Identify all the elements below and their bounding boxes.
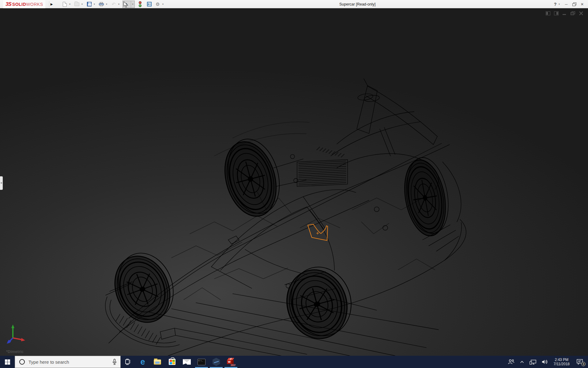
print-icon [99,2,104,6]
graphics-viewport[interactable]: *Dimetric [0,8,588,356]
task-view-icon [125,359,131,365]
document-title: Supercar [Read-only] [339,0,375,8]
front-right-wheel [279,260,359,345]
taskbar-edge-button[interactable]: e [135,356,150,368]
taskbar-cmd-button[interactable]: C:\_ [194,356,209,368]
search-input[interactable] [28,359,102,365]
child-restore-button[interactable] [570,11,575,16]
tray-time: 2:43 PM [555,358,568,362]
print-caret-icon[interactable]: ▾ [105,3,108,6]
restore-button[interactable] [571,1,578,7]
system-tray: 2:43 PM 7/11/2018 3 [506,356,588,368]
child-close-button[interactable] [578,11,584,16]
rear-right-wheel [399,154,454,239]
window-controls: ? ▾ ─ ✕ [553,0,586,8]
people-button[interactable] [506,356,517,368]
options-caret-icon[interactable]: ▾ [161,3,165,6]
traffic-light-button[interactable] [137,1,143,8]
volume-button[interactable] [540,356,550,368]
child-minimize-button[interactable] [562,11,567,16]
save-caret-icon[interactable]: ▾ [92,3,96,6]
display-pane-right-button[interactable] [553,11,559,16]
logo-text-solid: SOLID [12,2,26,7]
reference-triad-icon [5,323,26,344]
speaker-icon [542,359,548,364]
hidden-icons-chevron[interactable] [518,356,526,368]
edge-icon: e [140,357,145,367]
minimize-button[interactable]: ─ [563,1,570,7]
clock[interactable]: 2:43 PM 7/11/2018 [551,356,572,368]
new-document-button[interactable] [61,1,68,8]
standard-toolbar: ▾ ▾ ▾ ▾ ↷ ▾ ↖ ▾ ⚙ ▾ [61,0,167,8]
gear-icon: ⚙ [156,2,160,7]
task-view-button[interactable] [121,356,135,368]
document-window-controls [545,11,584,16]
front-left-wheel [105,246,183,330]
taskbar-mail-button[interactable] [179,356,194,368]
tray-date: 7/11/2018 [554,362,570,366]
open-folder-icon [74,2,79,6]
traffic-light-icon [139,1,141,7]
taskbar-solidworks-button[interactable]: S W 2017 [224,356,238,368]
undo-button[interactable]: ↷ [110,1,117,8]
action-center-button[interactable]: 3 [573,356,586,368]
people-icon [508,359,514,365]
ds-monogram-icon: 3S [6,1,11,7]
mouse-cursor-icon [123,1,128,8]
restore-icon [572,2,576,6]
chevron-up-icon [520,361,524,363]
menu-flyout-arrow-icon[interactable]: ▶ [49,1,54,7]
open-button[interactable] [74,1,80,8]
wireframe-car-model[interactable] [0,8,588,356]
title-bar: 3S SOLID WORKS ▶ ▾ ▾ ▾ ▾ ↷ ▾ ↖ ▾ [0,0,588,8]
properties-button[interactable] [146,1,153,8]
help-button[interactable]: ? [553,1,557,7]
open-caret-icon[interactable]: ▾ [80,3,84,6]
select-caret-icon[interactable]: ▾ [131,1,134,8]
taskbar-store-button[interactable] [165,356,179,368]
properties-icon [147,2,152,6]
logo-text-works: WORKS [26,2,43,7]
solidworks-2017-icon: S W 2017 [227,358,235,366]
view-orientation-label: *Dimetric [6,349,24,354]
file-explorer-icon [154,359,161,365]
start-button[interactable] [0,356,15,368]
taskbar-search[interactable] [15,356,121,368]
network-icon [530,359,536,365]
hexagon-app-icon [213,358,220,366]
network-button[interactable] [527,356,538,368]
notification-badge: 3 [581,362,586,366]
mail-icon [183,359,191,365]
new-caret-icon[interactable]: ▾ [68,3,72,6]
save-floppy-icon [87,2,92,6]
microphone-icon[interactable] [112,359,117,365]
microsoft-store-icon [169,359,175,365]
taskbar-file-explorer-button[interactable] [150,356,165,368]
display-pane-left-button[interactable] [545,11,551,16]
help-caret-icon[interactable]: ▾ [559,3,562,6]
options-button[interactable]: ⚙ [154,1,161,8]
undo-icon: ↷ [112,2,116,7]
solidworks-window: 3S SOLID WORKS ▶ ▾ ▾ ▾ ▾ ↷ ▾ ↖ ▾ [0,0,588,368]
windows-logo-icon [5,359,10,365]
command-prompt-icon: C:\_ [198,359,205,365]
rear-left-wheel [217,133,288,222]
close-button[interactable]: ✕ [579,1,586,7]
solidworks-logo: 3S SOLID WORKS [3,0,45,8]
cortana-icon [19,359,25,365]
windows-taskbar: e C:\_ S W 2017 [0,356,588,368]
print-button[interactable] [98,1,105,8]
feature-panel-tab[interactable] [0,176,3,190]
save-button[interactable] [86,1,92,8]
new-document-icon [63,2,67,7]
panel-tab-dot-icon [1,182,2,184]
taskbar-hexagon-app-button[interactable] [209,356,224,368]
undo-caret-icon[interactable]: ▾ [117,3,121,6]
